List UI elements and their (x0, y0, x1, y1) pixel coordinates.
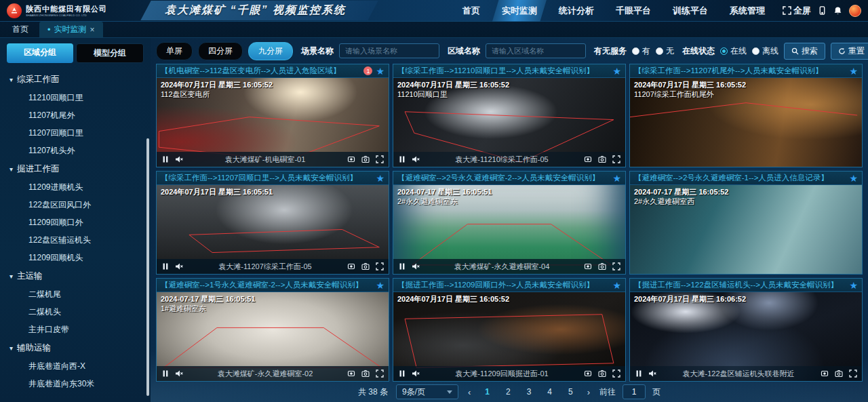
record-icon[interactable] (347, 369, 355, 378)
record-icon[interactable] (821, 369, 829, 378)
mute-icon[interactable] (412, 369, 420, 378)
page-number-5[interactable]: 5 (564, 386, 578, 398)
pause-icon[interactable] (398, 262, 406, 270)
video-cell[interactable]: 【综采工作面-->11207机尾外-->人员未戴安全帽识别】 ★ 2024年07… (629, 64, 863, 167)
service-no-radio[interactable]: 无 (656, 45, 674, 57)
pause-icon[interactable] (161, 262, 170, 270)
pause-icon[interactable] (635, 369, 643, 378)
video-cell[interactable]: 【综采工作面-->11207回顺口里-->人员未戴安全帽识别】 ★ 2024年0… (156, 171, 389, 275)
tree-group-fully-mechanized-face[interactable]: ▾ 综采工作面 (9, 70, 151, 89)
video-cell[interactable]: 【综采工作面-->11210回顺口里-->人员未戴安全帽识别】 ★ 2024年0… (393, 64, 626, 167)
favorite-star-icon[interactable]: ★ (612, 281, 621, 290)
area-name-input[interactable] (486, 43, 586, 58)
tree-item[interactable]: 122盘区辅运机头 (9, 231, 151, 249)
pause-icon[interactable] (161, 155, 170, 163)
favorite-star-icon[interactable]: ★ (849, 174, 858, 183)
tree-item[interactable]: 二煤机尾 (9, 285, 151, 303)
record-icon[interactable] (347, 262, 355, 270)
prev-page-button[interactable]: ‹ (465, 387, 473, 397)
pause-icon[interactable] (398, 369, 406, 378)
nav-item-home[interactable]: 首页 (453, 0, 490, 22)
mute-icon[interactable] (175, 369, 183, 378)
snapshot-icon[interactable] (361, 262, 370, 270)
snapshot-icon[interactable] (598, 262, 606, 270)
mute-icon[interactable] (648, 369, 656, 378)
nine-screen-button[interactable]: 九分屏 (248, 42, 293, 60)
scene-name-input[interactable] (339, 43, 439, 58)
reset-button[interactable]: 重置 (831, 43, 868, 60)
bell-icon[interactable] (833, 6, 842, 15)
tree-item[interactable]: 11209进顺机头 (9, 178, 151, 196)
goto-page-input[interactable] (623, 384, 646, 399)
user-avatar[interactable] (849, 5, 861, 17)
mute-icon[interactable] (175, 155, 183, 163)
snapshot-icon[interactable] (361, 155, 370, 163)
video-cell[interactable]: 【避难硐室-->1号永久避难硐室-2-->人员未戴安全帽识别】 ★ 2024-0… (156, 278, 389, 382)
video-cell[interactable]: 【掘进工作面-->11209回顺口外-->人员未戴安全帽识别】 ★ 2024年0… (393, 278, 626, 382)
tree-item[interactable]: 11207机头外 (9, 142, 151, 159)
record-icon[interactable] (347, 155, 355, 163)
sidebar-scrollbar[interactable] (146, 138, 149, 396)
page-number-1[interactable]: 1 (480, 386, 494, 398)
tab-realtime-monitor[interactable]: • 实时监测 × (39, 22, 103, 37)
tab-close-icon[interactable]: × (90, 25, 95, 35)
snapshot-icon[interactable] (361, 369, 370, 378)
quad-screen-button[interactable]: 四分屏 (198, 42, 243, 60)
favorite-star-icon[interactable]: ★ (849, 66, 858, 76)
nav-item-training-platform[interactable]: 训练平台 (663, 0, 717, 22)
fullscreen-button[interactable]: 全屏 (783, 5, 811, 17)
tree-item[interactable]: 11209回顺口外 (9, 214, 151, 231)
nav-item-qianyan-platform[interactable]: 千眼平台 (606, 0, 660, 22)
tree-group-auxiliary-transport[interactable]: ▾ 辅助运输 (9, 338, 151, 357)
tree-group-main-aux-shaft[interactable]: ▾ 主(副)井口 (9, 393, 151, 394)
nav-item-statistics[interactable]: 统计分析 (549, 0, 604, 22)
record-icon[interactable] (584, 262, 592, 270)
nav-item-system-management[interactable]: 系统管理 (720, 0, 774, 22)
tree-group-main-transport[interactable]: ▾ 主运输 (9, 266, 151, 285)
tree-item[interactable]: 二煤机头 (9, 303, 151, 321)
page-size-select[interactable]: 9条/页 (396, 384, 458, 399)
tree-group-driving-face[interactable]: ▾ 掘进工作面 (9, 159, 151, 178)
tree-item[interactable]: 井底巷道向西-X (9, 357, 151, 375)
cell-fullscreen-icon[interactable] (376, 369, 384, 378)
mobile-icon[interactable] (818, 6, 827, 15)
favorite-star-icon[interactable]: ★ (376, 66, 384, 76)
page-number-3[interactable]: 3 (522, 386, 536, 398)
sidebar-tab-model-group[interactable]: 模型分组 (76, 43, 144, 63)
pause-icon[interactable] (398, 155, 406, 163)
nav-item-realtime-monitor[interactable]: 实时监测 (492, 0, 547, 22)
favorite-star-icon[interactable]: ★ (612, 174, 621, 183)
tree-item[interactable]: 主井口皮带 (9, 321, 151, 338)
record-icon[interactable] (584, 155, 592, 163)
video-cell[interactable]: 【机电硐室-->112盘区变电所-->人员进入危险区域】 1 ★ 2024年07… (156, 64, 389, 167)
single-screen-button[interactable]: 单屏 (156, 42, 193, 60)
record-icon[interactable] (584, 369, 592, 378)
sidebar-tab-area-group[interactable]: 区域分组 (7, 43, 73, 63)
page-number-4[interactable]: 4 (542, 386, 557, 398)
tree-item[interactable]: 11209回顺机头 (9, 249, 151, 266)
cell-fullscreen-icon[interactable] (612, 262, 620, 270)
snapshot-icon[interactable] (835, 369, 843, 378)
cell-fullscreen-icon[interactable] (376, 155, 384, 163)
favorite-star-icon[interactable]: ★ (849, 281, 858, 290)
tree-item[interactable]: 11207机尾外 (9, 106, 151, 124)
offline-radio[interactable]: 离线 (752, 45, 778, 57)
page-number-2[interactable]: 2 (501, 386, 515, 398)
video-cell[interactable]: 【掘进工作面-->122盘区辅运机头-->人员未戴安全帽识别】 ★ 2024年0… (629, 278, 863, 382)
video-cell[interactable]: 【避难硐室-->2号永久避难硐室-2-->人员未戴安全帽识别】 ★ 2024-0… (393, 171, 626, 275)
tree-item[interactable]: 122盘区回风口外 (9, 196, 151, 214)
tab-home[interactable]: 首页 (4, 22, 37, 37)
mute-icon[interactable] (412, 155, 420, 163)
cell-fullscreen-icon[interactable] (612, 369, 620, 378)
snapshot-icon[interactable] (598, 369, 606, 378)
next-page-button[interactable]: › (585, 387, 593, 397)
cell-fullscreen-icon[interactable] (849, 369, 857, 378)
mute-icon[interactable] (412, 262, 420, 270)
favorite-star-icon[interactable]: ★ (612, 66, 621, 76)
cell-fullscreen-icon[interactable] (376, 262, 384, 270)
tree-item[interactable]: 11210回顺口里 (9, 89, 151, 106)
search-button[interactable]: 搜索 (784, 43, 825, 60)
mute-icon[interactable] (175, 262, 183, 270)
service-yes-radio[interactable]: 有 (632, 45, 650, 57)
tree-item[interactable]: 井底巷道向东30米 (9, 375, 151, 393)
